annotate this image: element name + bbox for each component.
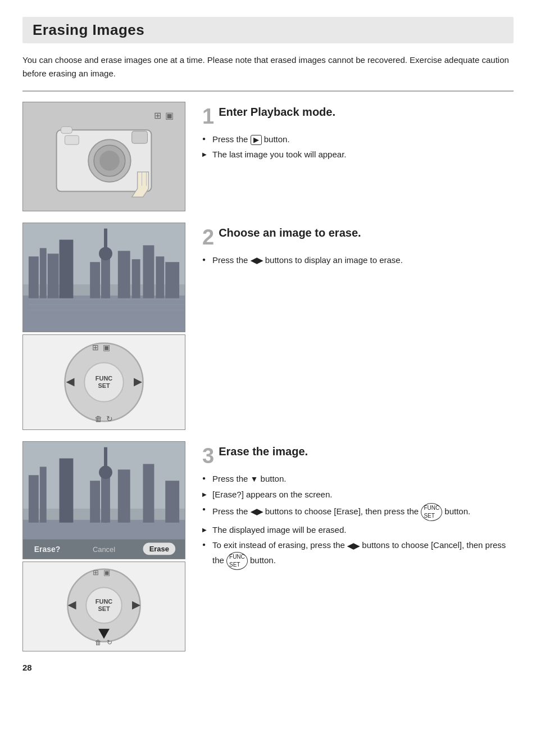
svg-rect-28 (29, 310, 185, 311)
step2-navwheel-image: FUNC SET ◀ ▶ ⊞ ▣ 🗑 ↻ (22, 334, 185, 430)
step3-bullet-1: Press the ▼ button. (202, 472, 514, 486)
cityscape-illustration (23, 223, 185, 332)
step3-bullet-4: The displayed image will be erased. (202, 523, 514, 536)
step3-bullet-3: Press the ◀▶ buttons to choose [Erase], … (202, 503, 514, 521)
step3-bullet-5: To exit instead of erasing, press the ◀▶… (202, 538, 514, 570)
step3-bullet-list: Press the ▼ button. [Erase?] appears on … (202, 472, 514, 570)
svg-rect-49 (90, 481, 100, 522)
svg-rect-15 (48, 253, 59, 298)
step3-number: 3 (202, 445, 214, 467)
step3-image-col: Erase? Cancel Erase FUNC SET ◀ (22, 441, 191, 651)
svg-rect-5 (65, 135, 79, 144)
step2-container: FUNC SET ◀ ▶ ⊞ ▣ 🗑 ↻ 2 Choose an ima (22, 223, 514, 430)
svg-rect-52 (165, 481, 179, 522)
playback-button-icon: ▶ (251, 135, 262, 146)
svg-text:⊞: ⊞ (154, 111, 161, 120)
step1-image-col: ⊞ ▣ (22, 102, 191, 211)
svg-text:Erase: Erase (149, 545, 169, 553)
left-right-arrows-icon2: ◀▶ (251, 506, 263, 518)
svg-rect-51 (143, 464, 155, 522)
step1-number: 1 (202, 106, 214, 127)
svg-point-4 (99, 151, 120, 171)
svg-rect-50 (118, 469, 130, 522)
step1-title: Enter Playback mode. (219, 105, 335, 119)
step2-content: 2 Choose an image to erase. Press the ◀▶… (202, 223, 514, 430)
func-set-button-icon2: FUNCSET (226, 552, 248, 570)
step3-content: 3 Erase the image. Press the ▼ button. [… (202, 441, 514, 651)
svg-text:◀: ◀ (66, 376, 75, 387)
svg-text:🗑: 🗑 (94, 414, 102, 423)
svg-rect-25 (165, 262, 179, 298)
step2-title: Choose an image to erase. (219, 225, 361, 240)
svg-rect-21 (118, 251, 130, 298)
down-arrow-icon: ▼ (251, 473, 258, 486)
step2-bullet-1: Press the ◀▶ buttons to display an image… (202, 253, 514, 267)
step1-camera-image: ⊞ ▣ (22, 102, 185, 211)
left-right-arrows-icon: ◀▶ (251, 255, 263, 267)
svg-rect-18 (101, 256, 110, 298)
step1-title-wrap: 1 Enter Playback mode. (202, 105, 514, 127)
svg-text:🗑: 🗑 (95, 639, 102, 646)
svg-rect-45 (60, 459, 74, 523)
svg-rect-14 (40, 248, 47, 298)
svg-text:SET: SET (98, 605, 110, 612)
erase-screen-illustration: Erase? Cancel Erase (23, 441, 185, 559)
intro-text: You can choose and erase images one at a… (22, 53, 514, 80)
svg-rect-43 (29, 475, 39, 522)
svg-text:Cancel: Cancel (93, 545, 115, 554)
svg-text:SET: SET (98, 382, 110, 389)
step3-bullet-2: [Erase?] appears on the screen. (202, 488, 514, 501)
step3-container: Erase? Cancel Erase FUNC SET ◀ (22, 441, 514, 651)
svg-text:↻: ↻ (107, 639, 112, 646)
page-number: 28 (22, 663, 514, 672)
step1-content: 1 Enter Playback mode. Press the ▶ butto… (202, 102, 514, 211)
svg-point-19 (99, 247, 112, 260)
svg-text:⊞: ⊞ (92, 343, 99, 352)
step2-cityscape-image (22, 223, 185, 332)
navwheel-down-illustration: FUNC SET ◀ ▶ ⊞ ▣ 🗑 ↻ (23, 562, 185, 651)
svg-text:↻: ↻ (106, 414, 113, 423)
step2-title-wrap: 2 Choose an image to erase. (202, 225, 514, 248)
svg-text:▣: ▣ (103, 568, 110, 577)
svg-text:◀: ◀ (67, 599, 76, 610)
svg-rect-24 (156, 256, 164, 298)
svg-rect-44 (40, 467, 47, 522)
svg-rect-16 (60, 239, 74, 298)
step3-title: Erase the image. (219, 444, 308, 459)
step3-navwheel-down-image: FUNC SET ◀ ▶ ⊞ ▣ 🗑 ↻ (22, 562, 185, 651)
step1-bullet-list: Press the ▶ button. The last image you t… (202, 133, 514, 161)
step3-title-wrap: 3 Erase the image. (202, 444, 514, 467)
page-title: Erasing Images (22, 17, 514, 43)
svg-text:▶: ▶ (132, 599, 140, 610)
svg-rect-6 (132, 131, 148, 143)
svg-text:▶: ▶ (134, 376, 142, 387)
step1-bullet-1: Press the ▶ button. (202, 133, 514, 146)
svg-rect-12 (23, 296, 185, 332)
func-set-button-icon: FUNCSET (421, 503, 442, 521)
left-right-arrows-icon3: ◀▶ (347, 540, 360, 553)
step2-number: 2 (202, 227, 214, 248)
svg-rect-27 (29, 304, 185, 305)
svg-text:▣: ▣ (103, 343, 110, 352)
step1-bullet-2: The last image you took will appear. (202, 148, 514, 161)
step3-erase-screen-image: Erase? Cancel Erase (22, 441, 185, 559)
step2-bullet-list: Press the ◀▶ buttons to display an image… (202, 253, 514, 267)
camera-illustration: ⊞ ▣ (23, 102, 185, 211)
svg-rect-7 (61, 126, 72, 133)
svg-rect-23 (143, 245, 155, 298)
svg-point-48 (99, 465, 112, 479)
svg-rect-13 (29, 256, 39, 298)
step2-image-col: FUNC SET ◀ ▶ ⊞ ▣ 🗑 ↻ (22, 223, 191, 430)
svg-text:⊞: ⊞ (93, 568, 99, 577)
navwheel-illustration: FUNC SET ◀ ▶ ⊞ ▣ 🗑 ↻ (23, 334, 185, 430)
svg-text:FUNC: FUNC (96, 598, 112, 605)
svg-rect-47 (101, 475, 110, 522)
step1-container: ⊞ ▣ 1 Enter Playback mode. Press the ▶ b… (22, 102, 514, 211)
svg-text:Erase?: Erase? (34, 545, 60, 554)
svg-text:▣: ▣ (165, 111, 174, 120)
svg-rect-26 (29, 298, 185, 300)
svg-rect-22 (132, 259, 140, 298)
svg-text:FUNC: FUNC (96, 375, 112, 382)
section-divider (22, 90, 514, 92)
svg-rect-20 (90, 262, 100, 298)
